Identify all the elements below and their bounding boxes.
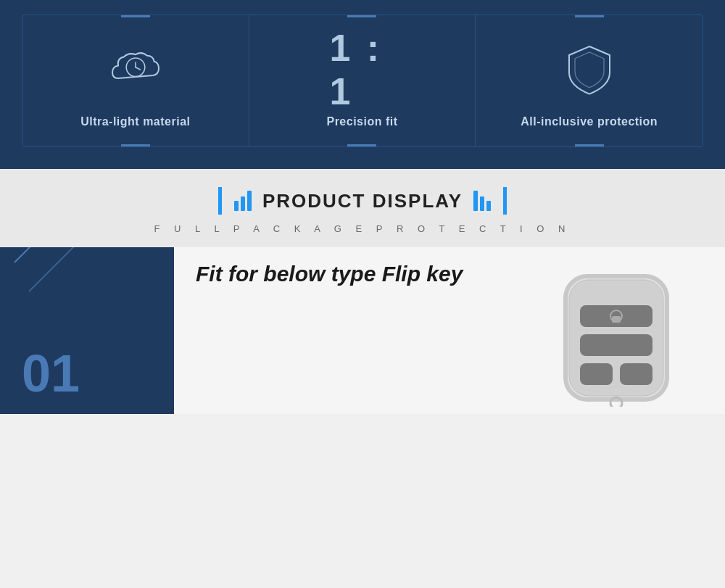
cloud-clock-icon bbox=[103, 37, 168, 102]
svg-rect-9 bbox=[620, 363, 652, 385]
bar-left-2 bbox=[241, 196, 245, 211]
product-number: 01 bbox=[22, 347, 80, 399]
svg-line-2 bbox=[136, 67, 140, 70]
banner-accent-right bbox=[503, 187, 507, 215]
number-card: 01 bbox=[0, 247, 174, 414]
banner-bars-left bbox=[234, 191, 252, 211]
banner-subtitle: F U L L P A C K A G E P R O T E C T I O … bbox=[154, 223, 571, 234]
svg-rect-7 bbox=[580, 334, 652, 356]
bar-left-3 bbox=[247, 191, 252, 211]
bar-left-1 bbox=[234, 201, 239, 211]
ratio-text: 1 : 1 bbox=[329, 26, 394, 113]
features-section: Ultra-light material 1 : 1 Precision fit… bbox=[0, 0, 725, 169]
ultralight-label: Ultra-light material bbox=[80, 115, 190, 128]
diagonal-line-1 bbox=[14, 247, 86, 263]
shield-icon bbox=[557, 37, 622, 102]
features-grid: Ultra-light material 1 : 1 Precision fit… bbox=[22, 15, 703, 147]
bar-right-1 bbox=[473, 191, 478, 211]
key-fob-illustration bbox=[544, 262, 689, 407]
product-image-area bbox=[196, 301, 703, 399]
diagonal-line-2 bbox=[28, 247, 91, 292]
feature-cell-protection: All-inclusive protection bbox=[476, 15, 703, 146]
svg-rect-8 bbox=[580, 363, 613, 385]
feature-cell-precision: 1 : 1 Precision fit bbox=[249, 15, 476, 146]
banner-accent-left bbox=[218, 187, 222, 215]
protection-label: All-inclusive protection bbox=[521, 115, 658, 128]
ratio-icon: 1 : 1 bbox=[329, 37, 394, 102]
banner-title: PRODUCT DISPLAY bbox=[262, 190, 463, 212]
banner-bars-right bbox=[473, 191, 491, 211]
bottom-section: 01 Fit for below type Flip key bbox=[0, 247, 725, 414]
precision-label: Precision fit bbox=[326, 115, 397, 128]
feature-cell-ultralight: Ultra-light material bbox=[22, 15, 249, 146]
bar-right-3 bbox=[486, 201, 491, 211]
product-display-section: PRODUCT DISPLAY F U L L P A C K A G E P … bbox=[0, 169, 725, 247]
bar-right-2 bbox=[480, 196, 484, 211]
product-content: Fit for below type Flip key bbox=[174, 247, 725, 414]
product-display-banner: PRODUCT DISPLAY bbox=[218, 187, 507, 215]
svg-rect-11 bbox=[612, 316, 621, 323]
